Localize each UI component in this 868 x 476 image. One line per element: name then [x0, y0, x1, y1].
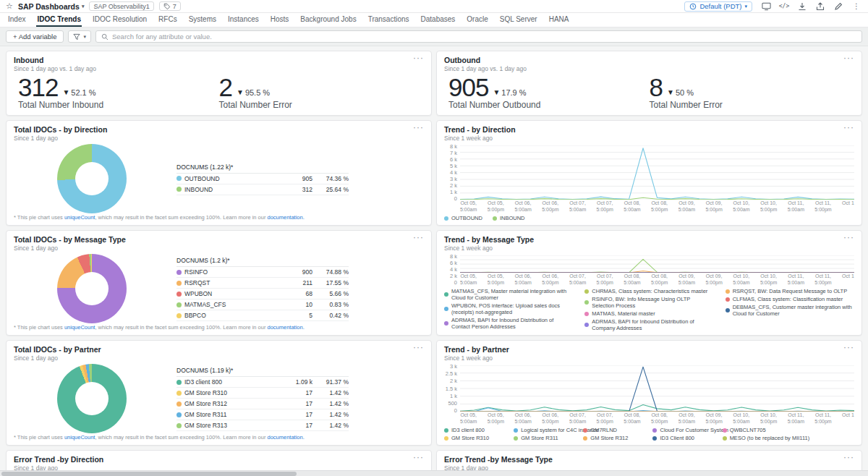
tab-oracle[interactable]: Oracle [466, 13, 488, 27]
pie-legend-row[interactable]: OUTBOUND90574.36 % [176, 174, 349, 184]
partner-line-chart[interactable] [460, 365, 854, 412]
pie-legend-row[interactable]: MATMAS_CFS100.83 % [176, 299, 349, 310]
legend-item[interactable]: ADRMAS, BAPI for Inbound Distribution of… [444, 317, 573, 330]
tags-count-pill[interactable]: 7 [159, 1, 181, 11]
add-variable-button[interactable]: + Add variable [6, 30, 64, 43]
legend-item[interactable]: CLFMAS, Class system: Classification mas… [726, 296, 854, 302]
legend-item[interactable]: WPUBON, POS interface: Upload sales docs… [444, 302, 573, 315]
code-button[interactable]: </> [778, 1, 790, 12]
uniquecount-link[interactable]: uniqueCount [64, 214, 95, 221]
legend-item[interactable]: GM Store R312 [583, 435, 645, 441]
series-percent: 1.42 % [315, 389, 349, 396]
tab-background-jobs[interactable]: Background Jobs [299, 13, 357, 27]
card-menu-button[interactable]: ··· [413, 455, 424, 459]
legend-item[interactable]: RSINFO, BW: Info Message Using OLTP Sele… [584, 296, 713, 309]
tab-index[interactable]: Index [7, 13, 26, 27]
scrollbar-thumb[interactable] [1, 472, 297, 476]
card-menu-button[interactable]: ··· [843, 345, 854, 349]
account-tag[interactable]: SAP Observability1 [89, 1, 153, 11]
search-bar[interactable] [95, 30, 862, 43]
documentation-link[interactable]: documentation. [268, 434, 305, 441]
pie-legend-row[interactable]: GM Store R313171.42 % [176, 420, 349, 431]
tab-sql-server[interactable]: SQL Server [499, 13, 538, 27]
favorite-star-icon[interactable]: ☆ [6, 2, 13, 10]
direction-line-chart[interactable] [460, 145, 854, 200]
share-button[interactable] [814, 1, 826, 12]
x-axis: Oct 05,5:00amOct 05,5:00pmOct 06,5:00amO… [437, 273, 861, 286]
series-percent: 91.37 % [315, 378, 349, 386]
pie-legend-row[interactable]: WPUBON685.66 % [176, 289, 349, 299]
horizontal-scrollbar[interactable] [0, 470, 868, 476]
present-tv-button[interactable] [760, 1, 772, 12]
tab-systems[interactable]: Systems [188, 13, 217, 27]
legend-item[interactable]: ID3 Client 800 [652, 435, 715, 441]
partner-pie-chart[interactable] [57, 364, 127, 433]
card-menu-button[interactable]: ··· [413, 56, 424, 60]
chart-legend: OUTBOUNDINBOUND [437, 213, 861, 225]
tab-hosts[interactable]: Hosts [270, 13, 290, 27]
dashboard-title-menu[interactable]: SAP Dashboards ▾ [18, 2, 85, 11]
pie-legend-row[interactable]: RSINFO90074.88 % [176, 267, 349, 278]
pie-legend-row[interactable]: INBOUND31225.64 % [176, 184, 349, 195]
tag-count: 7 [173, 3, 176, 10]
legend-item[interactable]: CHRMAS, Class system: Characteristics ma… [584, 288, 713, 294]
legend-item[interactable]: OM7RLND [583, 427, 645, 433]
legend-item[interactable]: DEBMAS_CFS, Customer master integration … [726, 304, 854, 317]
card-menu-button[interactable]: ··· [843, 455, 854, 459]
card-menu-button[interactable]: ··· [413, 125, 424, 129]
card-menu-button[interactable]: ··· [843, 125, 854, 129]
pie-legend-row[interactable]: GM Store R312171.42 % [176, 399, 349, 409]
pie-legend-row[interactable]: BBPCO50.42 % [176, 310, 349, 321]
series-label: GM Store R310 [184, 389, 279, 396]
time-picker[interactable]: Default (PDT) ▾ [684, 1, 752, 12]
series-label: ADRMAS, BAPI for Inbound Distribution of… [592, 318, 713, 331]
card-menu-button[interactable]: ··· [843, 56, 854, 60]
tab-rfcs[interactable]: RFCs [158, 13, 178, 27]
legend-item[interactable]: RSRQST, BW: Data Request Message to OLTP [726, 288, 854, 294]
search-input[interactable] [112, 33, 856, 41]
legend-item[interactable]: ID3 client 800 [444, 427, 506, 433]
legend-item[interactable]: MESO (to be replaced by MII111) [723, 435, 785, 441]
pie-legend-row[interactable]: GM Store R310171.42 % [176, 388, 349, 399]
tab-databases[interactable]: Databases [420, 13, 456, 27]
download-button[interactable] [796, 1, 808, 12]
legend-item[interactable]: QWBCLNT705 [723, 427, 785, 433]
legend-item[interactable]: GM Store R310 [444, 435, 506, 441]
tab-idoc-trends[interactable]: IDOC Trends [36, 13, 82, 27]
tab-hana[interactable]: HANA [548, 13, 570, 27]
uniquecount-link[interactable]: uniqueCount [64, 434, 95, 441]
legend-item[interactable]: INBOUND [493, 215, 525, 221]
message-type-pie-chart[interactable] [57, 254, 127, 323]
card-menu-button[interactable]: ··· [843, 235, 854, 239]
legend-item[interactable]: Logical system for C4C instance [514, 427, 576, 433]
legend-item[interactable]: ADRMAS, BAPI for Inbound Distribution of… [584, 318, 713, 331]
uniquecount-link[interactable]: uniqueCount [64, 324, 95, 331]
filter-dropdown[interactable]: ▾ [68, 30, 91, 43]
legend-item[interactable]: MATMAS, Material master [584, 310, 713, 317]
x-axis-tick: Oct 08,5:00pm [651, 412, 668, 425]
x-axis-tick: Oct 10,5:00am [733, 412, 749, 425]
documentation-link[interactable]: documentation. [268, 214, 305, 221]
direction-pie-chart[interactable] [57, 144, 127, 213]
more-button[interactable]: ⋮ [851, 1, 862, 12]
stat-delta: 95.5 % [245, 88, 270, 97]
pie-legend-row[interactable]: RSRQST21117.55 % [176, 278, 349, 289]
tab-transactions[interactable]: Transactions [367, 13, 410, 27]
message-type-line-chart[interactable] [460, 255, 854, 273]
legend-item[interactable]: MATMAS_CFS, Master material integration … [444, 288, 573, 301]
series-color-dot [584, 300, 589, 305]
card-menu-button[interactable]: ··· [413, 345, 424, 349]
pie-legend-row[interactable]: ID3 client 8001.09 k91.37 % [176, 377, 349, 388]
edit-button[interactable] [833, 1, 844, 12]
legend-item[interactable]: GM Store R311 [514, 435, 576, 441]
documentation-link[interactable]: documentation. [268, 324, 305, 331]
legend-item[interactable]: OUTBOUND [444, 215, 482, 221]
pie-legend-row[interactable]: GM Store R311171.42 % [176, 409, 349, 420]
legend-item[interactable]: Cloud For Customer System [652, 427, 715, 433]
tab-idoc-resolution[interactable]: IDOC Resolution [92, 13, 148, 27]
funnel-icon [73, 33, 80, 41]
stat-value: 905 [448, 75, 488, 99]
series-value: 17 [282, 400, 312, 407]
tab-instances[interactable]: Instances [227, 13, 260, 27]
card-menu-button[interactable]: ··· [413, 235, 424, 239]
